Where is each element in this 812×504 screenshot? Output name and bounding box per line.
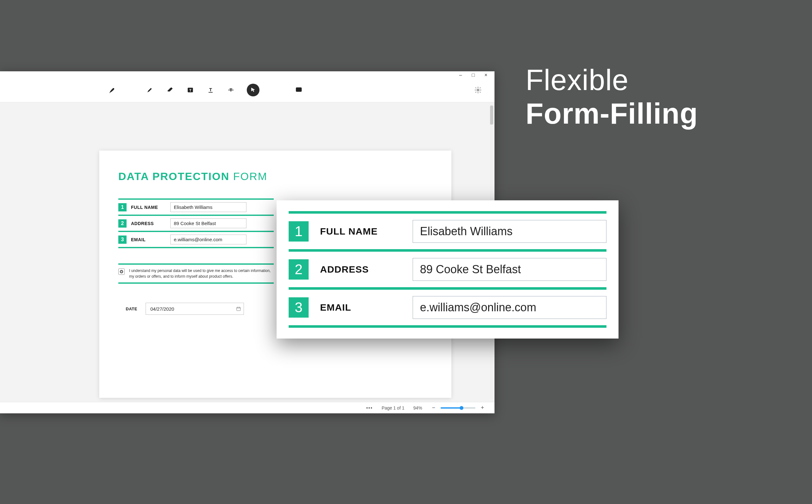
form-title-strong: DATA PROTECTION <box>118 170 229 182</box>
textbox-icon[interactable]: T <box>186 86 195 94</box>
zoom-email-input[interactable]: e.williams@online.com <box>413 296 607 319</box>
row-label-fullname: FULL NAME <box>131 205 166 210</box>
svg-point-7 <box>477 89 479 91</box>
fullname-input[interactable]: Elisabeth Williams <box>170 202 246 212</box>
form-rows: 1 FULL NAME Elisabeth Williams 2 ADDRESS… <box>118 198 274 248</box>
toolbar: T T T <box>0 78 495 102</box>
date-input[interactable]: 04/27/2020 <box>146 303 244 315</box>
row-number-badge: 2 <box>118 219 127 228</box>
zoom-label-fullname: FULL NAME <box>320 226 401 237</box>
text-underline-icon[interactable]: T <box>206 86 215 94</box>
consent-text: I understand my personal data will be us… <box>129 268 274 279</box>
scrollbar-thumb[interactable] <box>490 106 493 125</box>
pen-icon[interactable] <box>108 86 117 94</box>
pointer-icon[interactable] <box>247 84 259 96</box>
form-row-address: 2 ADDRESS 89 Cooke St Belfast <box>118 216 274 232</box>
form-row-email: 3 EMAIL e.williams@online.com <box>118 232 274 248</box>
svg-rect-5 <box>228 90 234 90</box>
text-strike-icon[interactable]: T <box>226 86 235 94</box>
zoom-controls: − + <box>431 404 485 411</box>
date-value: 04/27/2020 <box>150 306 174 312</box>
row-label-address: ADDRESS <box>131 221 166 226</box>
zoom-fullname-input[interactable]: Elisabeth Williams <box>413 220 607 243</box>
window-maximize-button[interactable]: □ <box>471 72 476 78</box>
calendar-icon[interactable] <box>236 306 241 311</box>
svg-text:T: T <box>209 87 212 92</box>
more-options-icon[interactable]: ••• <box>366 405 373 410</box>
hero-line1: Flexible <box>526 63 698 97</box>
tool-group-comment <box>294 86 303 94</box>
date-label: DATE <box>118 307 137 311</box>
consent-block: I understand my personal data will be us… <box>118 263 274 284</box>
zoom-slider[interactable] <box>441 407 476 409</box>
zoom-row-fullname: 1 FULL NAME Elisabeth Williams <box>289 214 607 252</box>
address-input[interactable]: 89 Cooke St Belfast <box>170 218 246 228</box>
zoom-row-email: 3 EMAIL e.williams@online.com <box>289 290 607 328</box>
comment-icon[interactable] <box>294 86 303 94</box>
status-bar: ••• Page 1 of 1 94% − + <box>0 402 495 413</box>
row-label-email: EMAIL <box>131 237 166 242</box>
tool-group-annotate: T T T <box>145 84 259 96</box>
zoom-badge: 1 <box>289 221 308 242</box>
window-minimize-button[interactable]: – <box>458 72 464 78</box>
form-title: DATA PROTECTION FORM <box>118 170 432 183</box>
form-title-thin: FORM <box>233 170 267 182</box>
zoom-slider-thumb[interactable] <box>460 406 464 410</box>
zoom-in-button[interactable]: + <box>480 404 485 411</box>
svg-rect-6 <box>296 87 302 91</box>
svg-rect-3 <box>209 92 213 93</box>
hero-line2: Form-Filling <box>526 97 698 131</box>
page-indicator: Page 1 of 1 <box>381 405 404 410</box>
tool-group-draw <box>108 86 117 94</box>
zoom-preview-card: 1 FULL NAME Elisabeth Williams 2 ADDRESS… <box>276 200 619 339</box>
row-number-badge: 1 <box>118 203 127 211</box>
hero-heading: Flexible Form-Filling <box>526 63 698 131</box>
form-row-fullname: 1 FULL NAME Elisabeth Williams <box>118 200 274 216</box>
eraser-icon[interactable] <box>166 86 174 94</box>
zoom-rows: 1 FULL NAME Elisabeth Williams 2 ADDRESS… <box>289 211 607 328</box>
zoom-badge: 3 <box>289 297 308 318</box>
zoom-slider-fill <box>441 407 462 409</box>
zoom-percent: 94% <box>413 405 422 410</box>
settings-icon[interactable] <box>474 86 482 94</box>
zoom-address-input[interactable]: 89 Cooke St Belfast <box>413 258 607 281</box>
consent-radio[interactable] <box>118 268 125 275</box>
radio-checked-icon <box>120 270 123 273</box>
zoom-row-address: 2 ADDRESS 89 Cooke St Belfast <box>289 252 607 290</box>
svg-text:T: T <box>189 88 192 92</box>
zoom-label-address: ADDRESS <box>320 264 401 275</box>
zoom-badge: 2 <box>289 259 308 280</box>
highlighter-icon[interactable] <box>145 86 154 94</box>
svg-rect-8 <box>237 307 240 311</box>
window-close-button[interactable]: × <box>483 72 489 78</box>
email-input[interactable]: e.williams@online.com <box>170 235 246 244</box>
row-number-badge: 3 <box>118 236 127 244</box>
zoom-out-button[interactable]: − <box>431 404 436 411</box>
window-titlebar: – □ × <box>0 71 495 78</box>
zoom-label-email: EMAIL <box>320 302 401 313</box>
